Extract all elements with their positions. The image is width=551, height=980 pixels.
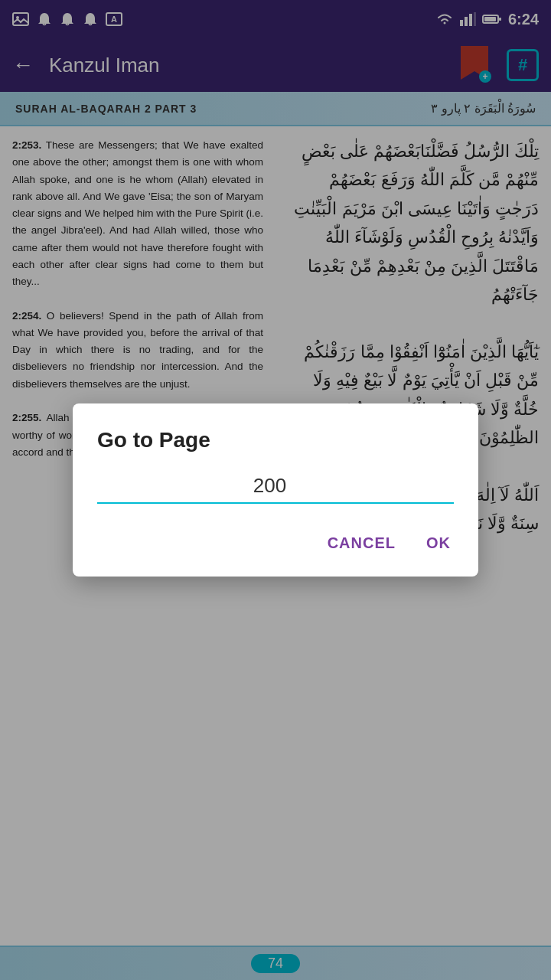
ok-button[interactable]: OK (423, 528, 454, 558)
dialog-title: Go to Page (97, 428, 454, 452)
page-number-input[interactable] (97, 474, 454, 504)
dialog-overlay: Go to Page CANCEL OK (0, 0, 551, 980)
dialog-input-wrapper (97, 474, 454, 504)
go-to-page-dialog: Go to Page CANCEL OK (73, 403, 478, 577)
cancel-button[interactable]: CANCEL (324, 528, 399, 558)
dialog-actions: CANCEL OK (97, 528, 454, 558)
